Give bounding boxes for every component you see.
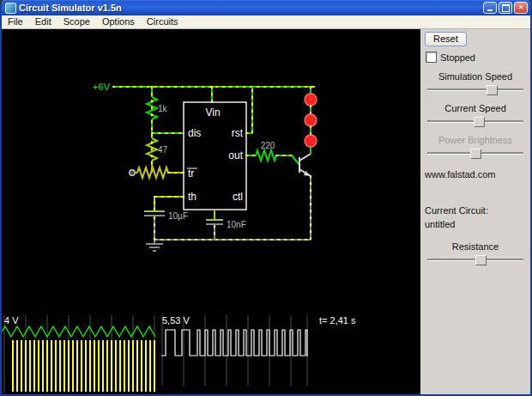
wire-rst[interactable] (246, 87, 252, 133)
reset-button[interactable]: Reset (425, 32, 467, 46)
capacitor-10uF[interactable]: 10µF (144, 211, 188, 240)
pin-out-label: out (228, 149, 243, 161)
pin-th-label: th (188, 191, 196, 203)
menu-file[interactable]: File (2, 15, 29, 28)
current-circuit-value: untitled (425, 219, 527, 229)
scope-time-label: t= 2,41 s (319, 315, 356, 326)
supply-voltage-label[interactable]: +6V (93, 82, 111, 92)
maximize-button[interactable] (499, 2, 512, 14)
stopped-checkbox[interactable] (426, 52, 437, 63)
led-1[interactable] (305, 94, 317, 106)
ground-symbol[interactable] (146, 240, 163, 251)
resistor-1k[interactable]: 1k (147, 87, 168, 119)
power-brightness-label: Power Brightness (424, 135, 527, 145)
pin-ctl-label: ctl (233, 191, 243, 203)
slider-thumb[interactable] (470, 149, 481, 159)
close-button[interactable]: ✕ (514, 2, 528, 14)
window-controls: ✕ (483, 2, 528, 14)
window-title: Circuit Simulator v1.5n (19, 3, 483, 13)
simulation-speed-label: Simulation Speed (424, 71, 527, 82)
minimize-button[interactable] (483, 2, 497, 14)
menu-options[interactable]: Options (96, 15, 141, 28)
menu-scope[interactable]: Scope (57, 15, 96, 28)
led-chain[interactable] (305, 87, 317, 154)
control-panel: Reset Stopped Simulation Speed Current S… (420, 29, 530, 394)
slider-thumb[interactable] (475, 255, 487, 265)
resistance-label: Resistance (424, 241, 527, 252)
menu-circuits[interactable]: Circuits (141, 15, 184, 28)
pin-rst-label: rst (232, 127, 244, 139)
pin-dis-label: dis (188, 127, 201, 139)
transistor-npn[interactable] (299, 154, 311, 176)
capacitor-10uF-label: 10µF (168, 211, 188, 221)
minimize-icon (487, 9, 493, 11)
ic-555-timer[interactable]: Vin dis rst tr out th ctl (184, 102, 246, 210)
resistance-slider[interactable] (427, 254, 523, 265)
potentiometer[interactable] (130, 168, 184, 178)
capacitor-10nF[interactable]: 10nF (206, 210, 246, 240)
content-area: +6V 1k (2, 29, 530, 394)
pin-vin-label: Vin (205, 107, 220, 119)
scope-left-voltage: 4 V (4, 315, 19, 326)
resistor-47-label: 47 (158, 145, 168, 155)
resistor-47[interactable]: 47 (147, 119, 168, 173)
simulation-speed-slider[interactable] (427, 84, 523, 94)
current-speed-label: Current Speed (424, 103, 527, 113)
pot-terminal-post[interactable] (130, 170, 135, 175)
resistor-220[interactable]: 220 (246, 141, 299, 165)
resistor-1k-label: 1k (158, 104, 168, 113)
led-2[interactable] (305, 114, 317, 126)
power-brightness-slider[interactable] (427, 148, 523, 158)
scope-right-voltage: 5,53 V (162, 315, 190, 326)
current-speed-slider[interactable] (427, 116, 523, 126)
slider-thumb[interactable] (487, 85, 498, 95)
slider-track (427, 88, 523, 91)
slider-thumb[interactable] (474, 117, 485, 127)
wire-th[interactable] (154, 197, 184, 211)
menubar: File Edit Scope Options Circuits (2, 15, 530, 29)
maximize-icon (502, 4, 510, 12)
titlebar[interactable]: Circuit Simulator v1.5n ✕ (2, 0, 530, 15)
app-icon (5, 3, 16, 14)
capacitor-10nF-label: 10nF (227, 220, 246, 229)
pin-tr-label: tr (188, 168, 194, 180)
menu-edit[interactable]: Edit (29, 15, 57, 28)
led-3[interactable] (305, 135, 317, 147)
app-window: Circuit Simulator v1.5n ✕ File Edit Scop… (0, 0, 532, 396)
current-circuit-label: Current Circuit: (425, 205, 527, 216)
resistor-220-label: 220 (261, 141, 275, 150)
stopped-label: Stopped (440, 52, 475, 63)
scope-left-green-trace (2, 326, 155, 337)
circuit-canvas[interactable]: +6V 1k (2, 29, 420, 394)
stopped-row: Stopped (426, 52, 527, 63)
website-link[interactable]: www.falstad.com (425, 169, 527, 180)
